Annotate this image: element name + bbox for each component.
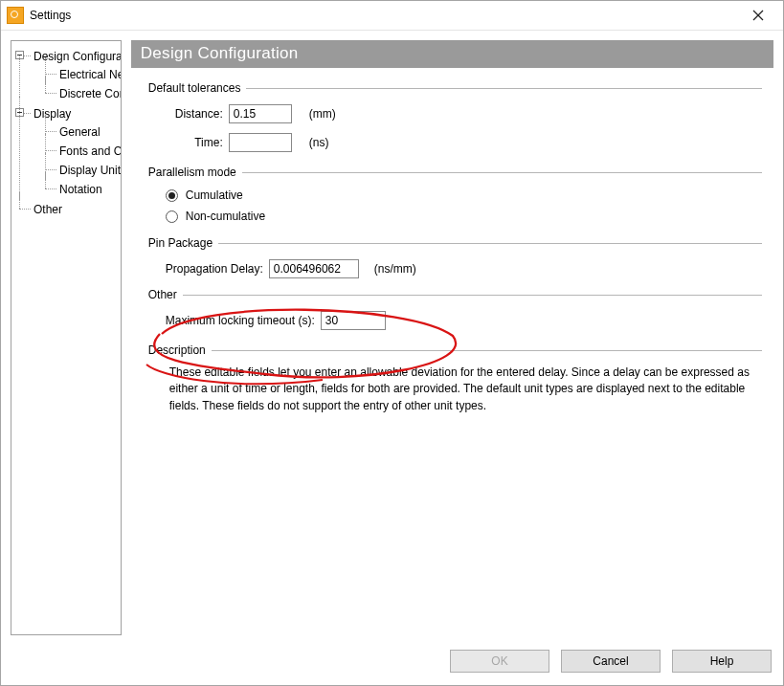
close-button[interactable] — [739, 2, 777, 29]
tree-item-discrete-component-prefixes[interactable]: Discrete Component Prefixes — [59, 87, 122, 100]
max-locking-timeout-input[interactable] — [321, 311, 386, 330]
settings-window: Settings Design Configuration Electrical… — [0, 0, 784, 686]
radio-icon — [166, 189, 178, 202]
close-icon — [752, 10, 764, 21]
radio-non-cumulative-label: Non-cumulative — [186, 210, 265, 223]
radio-non-cumulative[interactable]: Non-cumulative — [166, 210, 762, 223]
dialog-body: Design Configuration Electrical Nets Dis… — [1, 31, 783, 645]
radio-cumulative[interactable]: Cumulative — [166, 188, 762, 202]
section-title-default-tolerances: Default tolerances — [148, 81, 241, 95]
tree-item-fonts-and-colors[interactable]: Fonts and Colors — [59, 144, 122, 158]
cancel-button[interactable]: Cancel — [561, 650, 661, 673]
section-title-other: Other — [148, 288, 177, 301]
section-description: Description These editable fields let yo… — [148, 343, 762, 414]
tree-expander-display[interactable] — [15, 108, 24, 117]
distance-input[interactable] — [229, 104, 292, 123]
nav-tree: Design Configuration Electrical Nets Dis… — [15, 47, 117, 219]
propagation-delay-label: Propagation Delay: — [166, 262, 263, 276]
radio-icon — [166, 210, 178, 223]
nav-tree-panel: Design Configuration Electrical Nets Dis… — [11, 40, 122, 635]
section-pin-package: Pin Package Propagation Delay: (ns/mm) — [148, 236, 762, 278]
tree-item-general[interactable]: General — [59, 125, 101, 139]
tree-item-design-configuration[interactable]: Design Configuration — [34, 50, 122, 63]
tree-item-electrical-nets[interactable]: Electrical Nets — [59, 68, 122, 81]
distance-label: Distance: — [166, 107, 223, 121]
titlebar: Settings — [1, 1, 783, 31]
propagation-delay-input[interactable] — [269, 259, 359, 278]
section-title-description: Description — [148, 343, 206, 357]
section-title-pin-package: Pin Package — [148, 236, 213, 250]
section-default-tolerances: Default tolerances Distance: (mm) Time: — [148, 81, 762, 152]
window-title: Settings — [30, 9, 71, 22]
distance-unit: (mm) — [309, 107, 336, 121]
ok-button[interactable]: OK — [450, 650, 549, 673]
propagation-delay-unit: (ns/mm) — [374, 262, 416, 276]
section-parallelism-mode: Parallelism mode Cumulative Non-cumulati… — [148, 166, 762, 223]
time-input[interactable] — [229, 133, 292, 152]
tree-item-display[interactable]: Display — [34, 107, 71, 121]
tree-item-notation[interactable]: Notation — [59, 183, 102, 196]
time-unit: (ns) — [309, 136, 329, 149]
description-text: These editable fields let you enter an a… — [148, 363, 762, 414]
tree-expander-design-configuration[interactable] — [15, 51, 24, 59]
section-other: Other Maximum locking timeout (s): — [148, 288, 762, 330]
help-button[interactable]: Help — [672, 650, 772, 673]
panel-header: Design Configuration — [131, 40, 773, 68]
section-title-parallelism-mode: Parallelism mode — [148, 166, 236, 179]
time-label: Time: — [166, 136, 223, 149]
tree-item-other[interactable]: Other — [34, 203, 62, 216]
content-panel: Design Configuration Default tolerances … — [131, 40, 773, 635]
radio-cumulative-label: Cumulative — [186, 188, 243, 202]
panel-body: Default tolerances Distance: (mm) Time: — [131, 68, 773, 635]
app-icon — [7, 7, 24, 24]
max-locking-timeout-label: Maximum locking timeout (s): — [166, 314, 315, 327]
tree-item-display-units[interactable]: Display Units — [59, 164, 122, 177]
footer: OK Cancel Help — [1, 645, 783, 685]
